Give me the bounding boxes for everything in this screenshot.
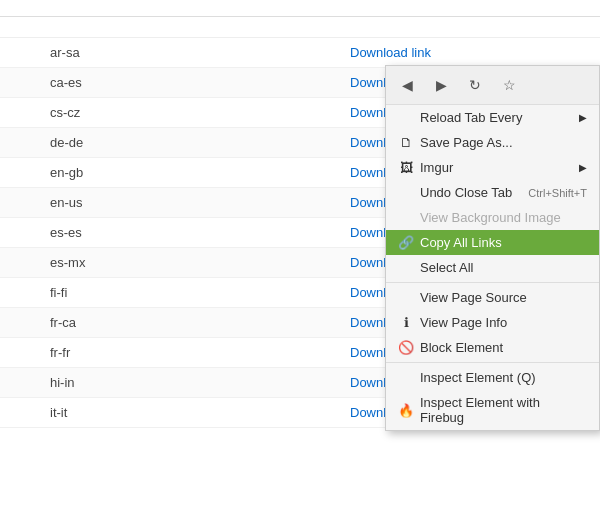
reload-tab-arrow: ▶ xyxy=(579,112,587,123)
ctx-item-select-all[interactable]: Select All xyxy=(386,255,599,280)
lang-cell: fr-fr xyxy=(50,345,350,360)
select-all-label: Select All xyxy=(420,260,473,275)
save-page-label: Save Page As... xyxy=(420,135,513,150)
ctx-item-copy-links[interactable]: 🔗Copy All Links xyxy=(386,230,599,255)
ctx-item-view-info[interactable]: ℹView Page Info xyxy=(386,310,599,335)
block-element-label: Block Element xyxy=(420,340,503,355)
ctx-item-block-element[interactable]: 🚫Block Element xyxy=(386,335,599,360)
ctx-item-reload-tab[interactable]: Reload Tab Every▶ xyxy=(386,105,599,130)
imgur-arrow: ▶ xyxy=(579,162,587,173)
lang-cell: en-us xyxy=(50,195,350,210)
view-info-label: View Page Info xyxy=(420,315,507,330)
ctx-item-inspect-firebug[interactable]: 🔥Inspect Element with Firebug xyxy=(386,390,599,430)
imgur-label: Imgur xyxy=(420,160,453,175)
inspect-firebug-label: Inspect Element with Firebug xyxy=(420,395,587,425)
ctx-separator xyxy=(386,282,599,283)
ctx-item-view-source[interactable]: View Page Source xyxy=(386,285,599,310)
copy-links-label: Copy All Links xyxy=(420,235,502,250)
lang-cell: fr-ca xyxy=(50,315,350,330)
lang-cell: es-es xyxy=(50,225,350,240)
lang-cell: cs-cz xyxy=(50,105,350,120)
link-cell: Download link xyxy=(350,45,550,60)
inspect-firebug-icon: 🔥 xyxy=(398,403,414,418)
bookmark-button[interactable]: ☆ xyxy=(496,72,522,98)
lang-cell: hi-in xyxy=(50,375,350,390)
undo-close-label: Undo Close Tab xyxy=(420,185,512,200)
save-page-icon: 🗋 xyxy=(398,135,414,150)
imgur-icon: 🖼 xyxy=(398,160,414,175)
view-info-icon: ℹ xyxy=(398,315,414,330)
lang-cell: en-gb xyxy=(50,165,350,180)
download-link[interactable]: Download link xyxy=(350,45,431,60)
block-element-icon: 🚫 xyxy=(398,340,414,355)
table-row: ar-saDownload link xyxy=(0,38,600,68)
page-header xyxy=(0,0,600,17)
ctx-item-view-bg: View Background Image xyxy=(386,205,599,230)
undo-close-shortcut: Ctrl+Shift+T xyxy=(528,187,587,199)
lang-cell: de-de xyxy=(50,135,350,150)
lang-cell: ar-sa xyxy=(50,45,350,60)
ctx-item-save-page[interactable]: 🗋Save Page As... xyxy=(386,130,599,155)
ctx-item-inspect[interactable]: Inspect Element (Q) xyxy=(386,365,599,390)
ctx-item-imgur[interactable]: 🖼Imgur▶ xyxy=(386,155,599,180)
reload-button[interactable]: ↻ xyxy=(462,72,488,98)
lang-cell: ca-es xyxy=(50,75,350,90)
ctx-separator xyxy=(386,362,599,363)
back-button[interactable]: ◀ xyxy=(394,72,420,98)
lang-cell: fi-fi xyxy=(50,285,350,300)
lang-cell: es-mx xyxy=(50,255,350,270)
ctx-item-undo-close[interactable]: Undo Close TabCtrl+Shift+T xyxy=(386,180,599,205)
forward-button[interactable]: ▶ xyxy=(428,72,454,98)
context-menu-items: Reload Tab Every▶🗋Save Page As...🖼Imgur▶… xyxy=(386,105,599,430)
view-bg-label: View Background Image xyxy=(420,210,561,225)
reload-tab-label: Reload Tab Every xyxy=(420,110,522,125)
view-source-label: View Page Source xyxy=(420,290,527,305)
context-menu: ◀ ▶ ↻ ☆ Reload Tab Every▶🗋Save Page As..… xyxy=(385,65,600,431)
inspect-label: Inspect Element (Q) xyxy=(420,370,536,385)
copy-links-icon: 🔗 xyxy=(398,235,414,250)
section-title xyxy=(0,17,600,38)
lang-cell: it-it xyxy=(50,405,350,420)
context-menu-nav: ◀ ▶ ↻ ☆ xyxy=(386,66,599,105)
